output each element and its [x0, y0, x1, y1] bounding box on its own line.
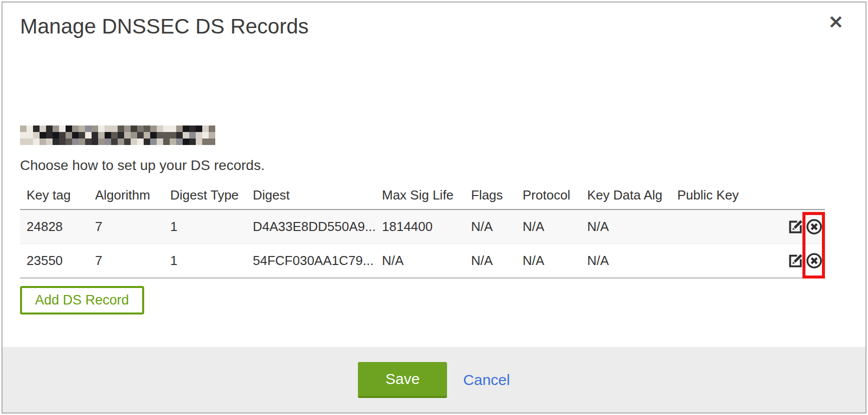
cell-actions — [777, 244, 825, 278]
dialog-footer: Save Cancel — [3, 347, 865, 412]
delete-x-circle-icon — [805, 218, 823, 236]
setup-instruction: Choose how to set up your DS records. — [20, 158, 265, 174]
column-header-key-tag: Key tag — [20, 180, 89, 210]
close-icon[interactable]: ✕ — [826, 12, 845, 34]
column-header-digest-type: Digest Type — [164, 180, 246, 210]
column-header-flags: Flags — [465, 180, 516, 210]
cell-digest: D4A33E8DD550A9... — [246, 210, 375, 244]
cell-key-data-alg: N/A — [581, 210, 671, 244]
cell-algorithm: 7 — [89, 210, 164, 244]
edit-pencil-icon — [787, 218, 804, 236]
column-header-actions — [777, 180, 825, 210]
cancel-link[interactable]: Cancel — [463, 372, 510, 388]
table-row: 23550 7 1 54FCF030AA1C79... N/A N/A N/A … — [20, 244, 825, 278]
cell-digest-type: 1 — [164, 244, 246, 278]
cell-max-sig-life: 1814400 — [375, 210, 465, 244]
column-header-key-data-alg: Key Data Alg — [581, 180, 671, 210]
cell-algorithm: 7 — [89, 244, 164, 278]
cell-digest: 54FCF030AA1C79... — [246, 244, 375, 278]
cell-key-tag: 23550 — [20, 244, 89, 278]
cell-protocol: N/A — [516, 210, 581, 244]
cell-key-data-alg: N/A — [581, 244, 671, 278]
page-title: Manage DNSSEC DS Records — [20, 14, 309, 38]
cell-actions — [777, 210, 825, 244]
save-button[interactable]: Save — [358, 362, 447, 398]
cell-flags: N/A — [465, 244, 516, 278]
ds-records-table: Key tag Algorithm Digest Type Digest Max… — [20, 180, 825, 278]
delete-record-button[interactable] — [805, 252, 823, 270]
edit-record-button[interactable] — [787, 252, 804, 270]
table-header-row: Key tag Algorithm Digest Type Digest Max… — [20, 180, 825, 210]
edit-pencil-icon — [787, 252, 804, 270]
add-ds-record-button[interactable]: Add DS Record — [20, 286, 144, 314]
manage-dnssec-dialog: Manage DNSSEC DS Records ✕ Choose how to… — [2, 2, 866, 414]
column-header-max-sig-life: Max Sig Life — [375, 180, 465, 210]
cell-digest-type: 1 — [164, 210, 246, 244]
cell-flags: N/A — [465, 210, 516, 244]
edit-record-button[interactable] — [787, 218, 804, 236]
cell-key-tag: 24828 — [20, 210, 89, 244]
redacted-domain-name — [20, 126, 215, 145]
table-row: 24828 7 1 D4A33E8DD550A9... 1814400 N/A … — [20, 210, 825, 244]
cell-public-key — [671, 244, 777, 278]
column-header-algorithm: Algorithm — [89, 180, 164, 210]
column-header-protocol: Protocol — [516, 180, 581, 210]
cell-public-key — [671, 210, 777, 244]
delete-x-circle-icon — [805, 252, 823, 270]
cell-protocol: N/A — [516, 244, 581, 278]
column-header-public-key: Public Key — [671, 180, 777, 210]
delete-record-button[interactable] — [805, 218, 823, 236]
column-header-digest: Digest — [246, 180, 375, 210]
cell-max-sig-life: N/A — [375, 244, 465, 278]
